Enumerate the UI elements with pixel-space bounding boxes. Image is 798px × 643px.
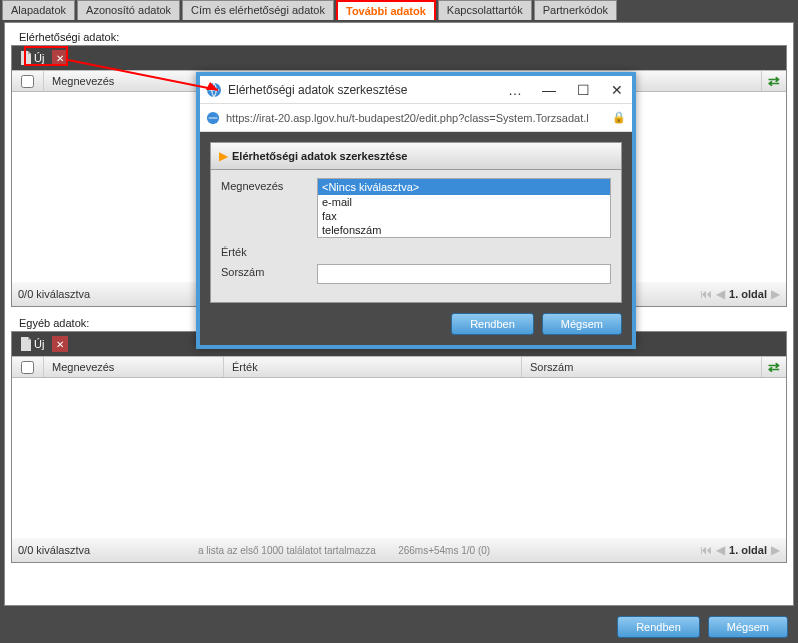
grid1-checkall-box[interactable]	[21, 75, 34, 88]
cancel-button[interactable]: Mégsem	[708, 616, 788, 638]
grid2-new-button[interactable]: Új	[16, 335, 48, 353]
tab-partner[interactable]: Partnerkódok	[534, 0, 617, 20]
tab-tovabbi[interactable]: További adatok	[336, 0, 436, 20]
prev-page-icon[interactable]: ◀	[716, 287, 725, 301]
close-icon[interactable]: ✕	[608, 82, 626, 98]
dropdown-selected[interactable]: <Nincs kiválasztva>	[318, 179, 610, 195]
next-page-icon[interactable]: ▶	[771, 543, 780, 557]
ie-icon	[206, 82, 222, 98]
tab-azonosito[interactable]: Azonosító adatok	[77, 0, 180, 20]
field-label-ertek: Érték	[221, 244, 317, 258]
arrow-icon: ▶	[219, 149, 228, 163]
grid2-col-megnevezes[interactable]: Megnevezés	[44, 357, 224, 377]
maximize-icon[interactable]: ☐	[574, 82, 592, 98]
edit-dialog: Elérhetőségi adatok szerkesztése … — ☐ ✕…	[196, 72, 636, 349]
next-page-icon[interactable]: ▶	[771, 287, 780, 301]
dialog-addressbar: https://irat-20.asp.lgov.hu/t-budapest20…	[200, 104, 632, 132]
file-icon	[20, 51, 32, 65]
dialog-title: Elérhetőségi adatok szerkesztése	[228, 83, 506, 97]
grid2-list-note: a lista az első 1000 találatot tartalmaz…	[198, 545, 376, 556]
field-label-megnevezes: Megnevezés	[221, 178, 317, 192]
grid1-delete-button[interactable]: ✕	[52, 50, 68, 66]
dialog-cancel-button[interactable]: Mégsem	[542, 313, 622, 335]
page-buttons: Rendben Mégsem	[0, 608, 798, 638]
grid2-page-label: 1. oldal	[729, 544, 767, 556]
tab-cim[interactable]: Cím és elérhetőségi adatok	[182, 0, 334, 20]
grid2-header: Megnevezés Érték Sorszám ⇄	[12, 356, 786, 378]
dialog-window-controls: … — ☐ ✕	[506, 82, 626, 98]
dropdown-option-email[interactable]: e-mail	[318, 195, 610, 209]
first-page-icon[interactable]: ⏮	[700, 287, 712, 301]
dialog-ok-button[interactable]: Rendben	[451, 313, 534, 335]
grid2-new-label: Új	[34, 338, 44, 350]
first-page-icon[interactable]: ⏮	[700, 543, 712, 557]
prev-page-icon[interactable]: ◀	[716, 543, 725, 557]
grid2-footer: 0/0 kiválasztva a lista az első 1000 tal…	[12, 538, 786, 562]
grid1-checkall[interactable]	[12, 71, 44, 91]
grid2-delete-button[interactable]: ✕	[52, 336, 68, 352]
grid1-new-button[interactable]: Új	[16, 49, 48, 67]
dialog-body: ▶ Elérhetőségi adatok szerkesztése Megne…	[200, 132, 632, 345]
grid1-pager: ⏮ ◀ 1. oldal ▶	[700, 287, 780, 301]
grid2-col-sorszam[interactable]: Sorszám	[522, 357, 762, 377]
field-label-sorszam: Sorszám	[221, 264, 317, 278]
tab-alapadatok[interactable]: Alapadatok	[2, 0, 75, 20]
file-icon	[20, 337, 32, 351]
dialog-heading-text: Elérhetőségi adatok szerkesztése	[232, 150, 407, 162]
dropdown-option-telefonszam[interactable]: telefonszám	[318, 223, 610, 237]
grid2-timing: 266ms+54ms 1/0 (0)	[398, 545, 490, 556]
grid1-new-label: Új	[34, 52, 44, 64]
grid2-body	[12, 378, 786, 538]
dialog-heading: ▶ Elérhetőségi adatok szerkesztése	[210, 142, 622, 170]
tab-kapcsolat[interactable]: Kapcsolattartók	[438, 0, 532, 20]
grid2-selection-count: 0/0 kiválasztva	[18, 544, 198, 556]
refresh-icon[interactable]: ⇄	[762, 359, 786, 375]
grid1-selection-count: 0/0 kiválasztva	[18, 288, 198, 300]
dialog-url[interactable]: https://irat-20.asp.lgov.hu/t-budapest20…	[226, 112, 612, 124]
ie-icon	[206, 111, 220, 125]
lock-icon: 🔒	[612, 111, 626, 124]
refresh-icon[interactable]: ⇄	[762, 73, 786, 89]
grid2-footer-info: a lista az első 1000 találatot tartalmaz…	[198, 545, 700, 556]
minimize-icon[interactable]: —	[540, 82, 558, 98]
grid1-toolbar: Új ✕	[12, 46, 786, 70]
sorszam-input[interactable]	[317, 264, 611, 284]
more-icon[interactable]: …	[506, 82, 524, 98]
dialog-buttons: Rendben Mégsem	[210, 313, 622, 335]
dialog-titlebar: Elérhetőségi adatok szerkesztése … — ☐ ✕	[200, 76, 632, 104]
grid1-page-label: 1. oldal	[729, 288, 767, 300]
tab-bar: Alapadatok Azonosító adatok Cím és elérh…	[0, 0, 798, 20]
section1-label: Elérhetőségi adatok:	[19, 31, 787, 43]
grid2: Új ✕ Megnevezés Érték Sorszám ⇄ 0/0 kivá…	[11, 331, 787, 563]
grid2-pager: ⏮ ◀ 1. oldal ▶	[700, 543, 780, 557]
grid2-checkall[interactable]	[12, 357, 44, 377]
dropdown-option-fax[interactable]: fax	[318, 209, 610, 223]
dialog-form: Megnevezés <Nincs kiválasztva> e-mail fa…	[210, 170, 622, 303]
grid2-col-ertek[interactable]: Érték	[224, 357, 522, 377]
grid2-checkall-box[interactable]	[21, 361, 34, 374]
ok-button[interactable]: Rendben	[617, 616, 700, 638]
megnevezes-dropdown[interactable]: <Nincs kiválasztva> e-mail fax telefonsz…	[317, 178, 611, 238]
